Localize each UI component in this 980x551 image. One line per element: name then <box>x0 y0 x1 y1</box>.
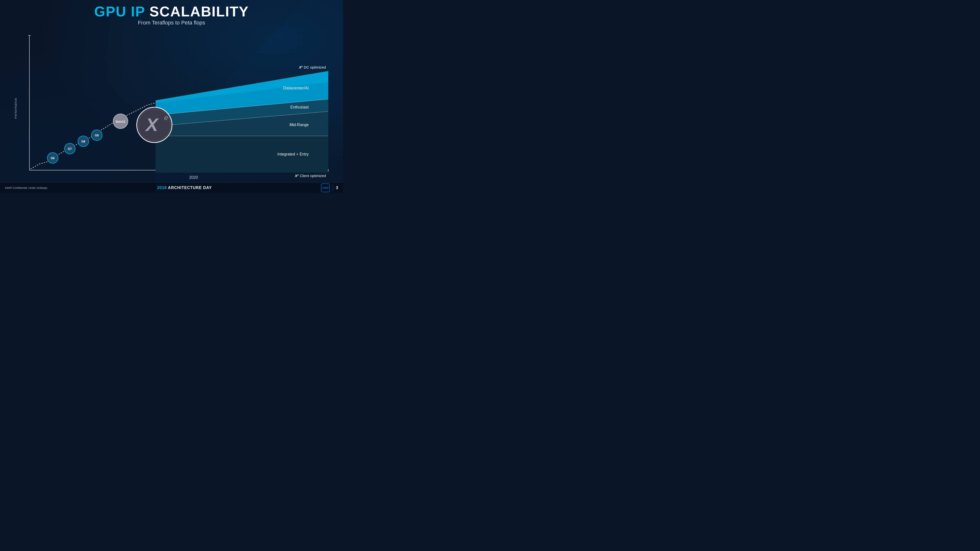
footer: Intel® Confidential. Under embargo. 2018… <box>0 183 343 193</box>
footer-right: intel 3 <box>321 183 338 192</box>
intel-logo: intel <box>321 183 330 192</box>
x-axis-label: 2020 <box>189 175 198 179</box>
arch-day-name: ARCHITECTURE DAY <box>168 186 212 190</box>
slide-content: GPU IP SCALABILITY From Teraflops to Pet… <box>0 0 343 193</box>
gen-g8-label: G8 <box>81 140 85 143</box>
gen-g9-label: G9 <box>95 134 99 137</box>
arch-day-event: 2018 ARCHITECTURE DAY <box>157 186 212 190</box>
gen11-label: Gen11 <box>116 120 126 124</box>
tier-datacenter-label: Datacenter/AI <box>283 86 309 91</box>
dc-optimized-label: Xe DC optimized <box>299 65 326 69</box>
arch-day-year: 2018 <box>157 186 167 190</box>
main-title: GPU IP SCALABILITY <box>0 5 343 19</box>
tier-integrated-label: Integrated + Entry <box>277 152 309 156</box>
gen-g7-label: G7 <box>68 147 72 151</box>
footer-confidential: Intel® Confidential. Under embargo. <box>5 186 48 189</box>
y-axis-label: Performance <box>15 98 18 119</box>
title-area: GPU IP SCALABILITY From Teraflops to Pet… <box>0 0 343 26</box>
xe-e-superscript: e <box>164 114 168 121</box>
page-number: 3 <box>336 186 338 190</box>
tier-enthusiast-label: Enthusiast <box>290 105 309 109</box>
subtitle: From Teraflops to Peta flops <box>0 20 343 26</box>
gen-g6-label: G6 <box>51 157 55 160</box>
footer-center: 2018 ARCHITECTURE DAY <box>157 186 212 190</box>
tier-midrange-label: Mid-Range <box>290 123 309 127</box>
title-ip: IP <box>126 3 145 19</box>
intel-logo-icon: intel <box>321 183 330 192</box>
xe-x-letter: X <box>145 114 159 135</box>
chart-svg: Performance Integrated + Entry Mid-Range… <box>15 28 340 185</box>
title-gpu: GPU <box>94 3 126 19</box>
title-scalability: SCALABILITY <box>145 3 249 19</box>
client-optimized-label: Xe Client optimized <box>295 174 326 178</box>
